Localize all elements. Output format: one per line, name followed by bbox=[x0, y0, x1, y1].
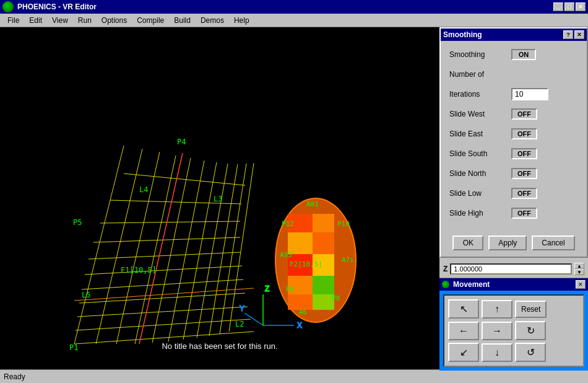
svg-text:P6: P6 bbox=[286, 285, 294, 293]
svg-text:P5: P5 bbox=[73, 218, 82, 227]
svg-text:L4: L4 bbox=[139, 185, 148, 194]
nav-left-button[interactable]: ← bbox=[448, 322, 479, 340]
smoothing-dialog: Smoothing ? ✕ Smoothing ON Number of bbox=[439, 27, 588, 258]
iterations-input[interactable] bbox=[511, 88, 548, 100]
svg-text:A81: A81 bbox=[306, 200, 319, 208]
slide-low-label: Slide Low bbox=[449, 189, 511, 198]
movement-panel: Z 1.000000 ▲ ▼ Movement ✕ bbox=[439, 260, 588, 371]
svg-line-1 bbox=[96, 149, 142, 344]
title-bar: PHOENICS - VR Editor _ □ ✕ bbox=[0, 0, 588, 14]
z-up-arrow[interactable]: ▲ bbox=[574, 263, 584, 269]
nav-rotate-ccw-button[interactable]: ↺ bbox=[515, 343, 546, 362]
menu-options[interactable]: Options bbox=[97, 15, 132, 26]
ok-button[interactable]: OK bbox=[452, 236, 483, 250]
svg-line-3 bbox=[135, 156, 176, 344]
smoothing-toggle[interactable]: ON bbox=[511, 49, 536, 60]
window-controls: _ □ ✕ bbox=[553, 2, 586, 11]
svg-text:F1[10,5]: F1[10,5] bbox=[121, 266, 157, 275]
smoothing-label: Smoothing bbox=[449, 50, 511, 59]
svg-line-5 bbox=[168, 161, 204, 341]
dialog-actions: OK Apply Cancel bbox=[441, 232, 587, 257]
svg-line-6 bbox=[183, 162, 217, 340]
movement-header: Movement ✕ bbox=[439, 278, 588, 291]
dialog-title-bar: Smoothing ? ✕ bbox=[441, 29, 587, 41]
svg-text:Z: Z bbox=[265, 284, 269, 293]
dialog-close-button[interactable]: ✕ bbox=[574, 30, 584, 39]
app-title: PHOENICS - VR Editor bbox=[17, 2, 553, 11]
slide-south-label: Slide South bbox=[449, 149, 511, 158]
iterations-label-row: Number of bbox=[449, 67, 578, 82]
slide-high-toggle[interactable]: OFF bbox=[511, 208, 537, 219]
menu-file[interactable]: File bbox=[2, 15, 24, 26]
svg-text:Y: Y bbox=[240, 304, 244, 313]
minimize-button[interactable]: _ bbox=[553, 2, 563, 11]
menu-edit[interactable]: Edit bbox=[24, 15, 47, 26]
svg-rect-45 bbox=[313, 294, 334, 310]
z-row: Z 1.000000 ▲ ▼ bbox=[439, 260, 588, 278]
maximize-button[interactable]: □ bbox=[564, 2, 574, 11]
no-title-text: No title has been set for this run. bbox=[0, 341, 439, 351]
app-window: PHOENICS - VR Editor _ □ ✕ File Edit Vie… bbox=[0, 0, 588, 383]
slide-high-row: Slide High OFF bbox=[449, 206, 578, 221]
slide-east-toggle[interactable]: OFF bbox=[511, 128, 537, 139]
z-down-arrow[interactable]: ▼ bbox=[574, 269, 584, 275]
svg-rect-39 bbox=[313, 232, 334, 254]
dialog-body: Smoothing ON Number of Iterations Slide … bbox=[441, 41, 587, 232]
menu-help[interactable]: Help bbox=[229, 15, 254, 26]
svg-line-15 bbox=[82, 280, 243, 289]
status-bar: Ready bbox=[0, 369, 588, 383]
status-text: Ready bbox=[4, 372, 25, 381]
svg-line-22 bbox=[139, 153, 183, 344]
menu-build[interactable]: Build bbox=[169, 15, 196, 26]
viewport[interactable]: P4 P5 P1 L1 P2 L2 L3 L4 L5 F1[10,5] bbox=[0, 27, 439, 369]
cancel-button[interactable]: Cancel bbox=[532, 236, 574, 250]
nav-up-button[interactable]: ↑ bbox=[482, 300, 512, 319]
z-value: 1.000000 bbox=[450, 263, 572, 275]
nav-downleft-button[interactable]: ↙ bbox=[448, 343, 479, 362]
slide-north-toggle[interactable]: OFF bbox=[511, 168, 537, 179]
nav-upleft-button[interactable]: ↖ bbox=[448, 299, 479, 319]
z-label: Z bbox=[443, 265, 447, 273]
nav-right-button[interactable]: → bbox=[482, 322, 512, 340]
svg-text:L2: L2 bbox=[235, 320, 244, 328]
svg-text:X: X bbox=[297, 321, 302, 330]
movement-body: ↖ ↑ Reset ← → ↻ ↙ ↓ bbox=[439, 291, 588, 371]
slide-high-label: Slide High bbox=[449, 209, 511, 218]
iterations-label: Iterations bbox=[449, 90, 511, 99]
svg-line-2 bbox=[116, 152, 160, 344]
svg-text:P4: P4 bbox=[177, 138, 186, 146]
menu-demos[interactable]: Demos bbox=[196, 15, 229, 26]
svg-text:P8: P8 bbox=[332, 294, 340, 302]
menu-compile[interactable]: Compile bbox=[132, 15, 169, 26]
svg-text:L5: L5 bbox=[82, 291, 90, 299]
dialog-title: Smoothing bbox=[443, 30, 563, 39]
nav-rotate-cw-button[interactable]: ↻ bbox=[515, 321, 546, 340]
apply-button[interactable]: Apply bbox=[488, 236, 527, 250]
reset-button[interactable]: Reset bbox=[515, 301, 547, 318]
movement-title: Movement bbox=[453, 280, 576, 289]
slide-north-label: Slide North bbox=[449, 169, 511, 178]
dialog-help-button[interactable]: ? bbox=[563, 30, 573, 39]
slide-west-toggle[interactable]: OFF bbox=[511, 108, 537, 120]
slide-south-toggle[interactable]: OFF bbox=[511, 148, 537, 159]
menu-run[interactable]: Run bbox=[73, 15, 97, 26]
movement-logo bbox=[442, 281, 449, 288]
svg-text:P10: P10 bbox=[337, 220, 350, 228]
dialog-controls: ? ✕ bbox=[563, 30, 584, 39]
slide-east-label: Slide East bbox=[449, 130, 511, 138]
slide-low-row: Slide Low OFF bbox=[449, 186, 578, 201]
z-arrows: ▲ ▼ bbox=[574, 263, 584, 275]
main-content: P4 P5 P1 L1 P2 L2 L3 L4 L5 F1[10,5] bbox=[0, 27, 588, 369]
svg-line-19 bbox=[100, 221, 240, 223]
iterations-row: Iterations bbox=[449, 87, 578, 102]
svg-text:P12: P12 bbox=[282, 220, 294, 228]
close-button[interactable]: ✕ bbox=[576, 2, 586, 11]
slide-south-row: Slide South OFF bbox=[449, 146, 578, 161]
movement-close-button[interactable]: ✕ bbox=[576, 280, 586, 289]
nav-down-button[interactable]: ↓ bbox=[482, 343, 512, 362]
svg-line-12 bbox=[76, 319, 251, 330]
slide-low-toggle[interactable]: OFF bbox=[511, 188, 537, 199]
slide-west-row: Slide West OFF bbox=[449, 107, 578, 121]
svg-line-4 bbox=[152, 158, 191, 343]
menu-view[interactable]: View bbox=[47, 15, 73, 26]
